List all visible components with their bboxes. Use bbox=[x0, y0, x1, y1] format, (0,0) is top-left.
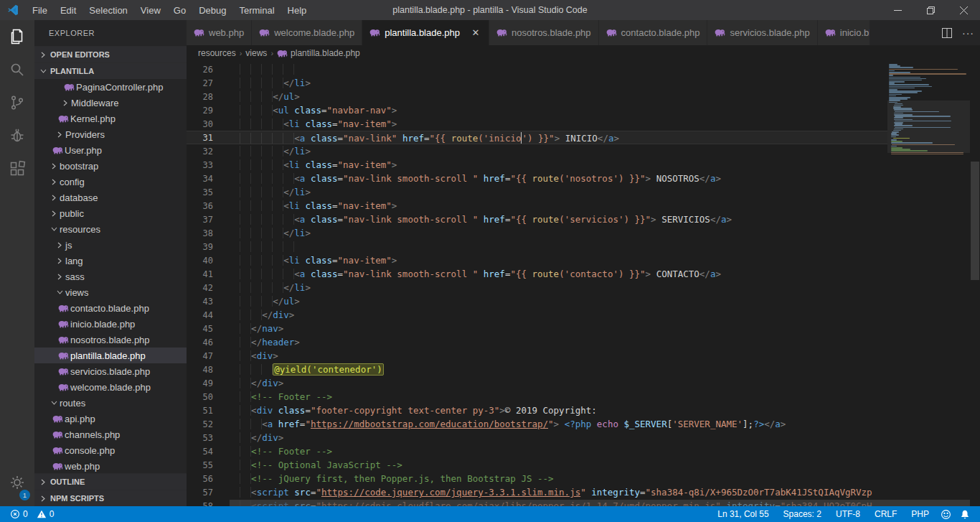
code-line-56[interactable]: 56 <!-- jQuery first, then Popper.js, th… bbox=[187, 472, 887, 485]
code-line-29[interactable]: 29 <ul class="navbar-nav"> bbox=[187, 103, 887, 117]
menu-help[interactable]: Help bbox=[281, 0, 314, 20]
file-nosotros-blade-php[interactable]: nosotros.blade.php bbox=[34, 332, 187, 348]
pane-header-npm-scripts[interactable]: NPM SCRIPTS bbox=[34, 490, 187, 506]
status-cursor-position[interactable]: Ln 31, Col 55 bbox=[712, 506, 774, 522]
activity-search-icon[interactable] bbox=[0, 53, 34, 86]
activity-extensions-icon[interactable] bbox=[0, 152, 34, 185]
file-api-php[interactable]: api.php bbox=[34, 411, 187, 427]
code-line-40[interactable]: 40 <li class="nav-item"> bbox=[187, 253, 887, 267]
breadcrumb-views[interactable]: views bbox=[245, 48, 267, 58]
code-line-42[interactable]: 42 </li> bbox=[187, 281, 887, 294]
folder-js[interactable]: js bbox=[34, 237, 187, 253]
folder-database[interactable]: database bbox=[34, 190, 187, 205]
code-editor[interactable]: 26 27 </li>28 </ul>29 <ul class="navbar-… bbox=[187, 61, 980, 506]
menu-debug[interactable]: Debug bbox=[192, 0, 232, 20]
file-user-php[interactable]: User.php bbox=[34, 142, 187, 158]
code-line-45[interactable]: 45 </nav> bbox=[187, 322, 887, 335]
code-line-36[interactable]: 36 <li class="nav-item"> bbox=[187, 199, 887, 213]
code-line-32[interactable]: 32 </li> bbox=[187, 144, 887, 158]
status-language-mode[interactable]: PHP bbox=[905, 506, 935, 522]
code-line-31[interactable]: 31 <a class="nav-link" href="{{ route('i… bbox=[187, 131, 887, 144]
settings-gear-icon[interactable]: 1 bbox=[0, 466, 34, 499]
folder-routes[interactable]: routes bbox=[34, 395, 187, 411]
breadcrumb-resources[interactable]: resources bbox=[198, 48, 236, 58]
menu-file[interactable]: File bbox=[26, 0, 54, 20]
code-line-28[interactable]: 28 </ul> bbox=[187, 90, 887, 103]
close-tab-icon[interactable]: ✕ bbox=[470, 27, 481, 38]
folder-bootstrap[interactable]: bootstrap bbox=[34, 158, 187, 174]
code-line-27[interactable]: 27 </li> bbox=[187, 76, 887, 90]
activity-debug-icon[interactable] bbox=[0, 119, 34, 152]
code-line-30[interactable]: 30 <li class="nav-item"> bbox=[187, 117, 887, 131]
tab-welcome-blade-php[interactable]: welcome.blade.php bbox=[252, 20, 362, 45]
breadcrumb-plantilla-blade-php[interactable]: plantilla.blade.php bbox=[277, 48, 360, 58]
pane-header-open-editors[interactable]: OPEN EDITORS bbox=[34, 46, 187, 62]
file-servicios-blade-php[interactable]: servicios.blade.php bbox=[34, 363, 187, 379]
code-line-39[interactable]: 39 bbox=[187, 240, 887, 253]
more-actions-icon[interactable]: ··· bbox=[962, 27, 974, 39]
file-plantilla-blade-php[interactable]: plantilla.blade.php bbox=[34, 348, 187, 363]
file-web-php[interactable]: web.php bbox=[34, 458, 187, 473]
status-encoding[interactable]: UTF-8 bbox=[830, 506, 866, 522]
code-line-46[interactable]: 46 </header> bbox=[187, 335, 887, 349]
status-errors[interactable]: 0 bbox=[7, 506, 31, 522]
code-line-44[interactable]: 44 </div> bbox=[187, 308, 887, 322]
folder-public[interactable]: public bbox=[34, 205, 187, 221]
code-line-48[interactable]: 48 @yield('contenedor') bbox=[187, 363, 887, 376]
code-line-35[interactable]: 35 </li> bbox=[187, 185, 887, 199]
code-line-57[interactable]: 57 <script src="https://code.jquery.com/… bbox=[187, 485, 887, 499]
code-line-49[interactable]: 49 </div> bbox=[187, 376, 887, 390]
minimap[interactable] bbox=[887, 61, 970, 506]
activity-explorer-icon[interactable] bbox=[0, 20, 34, 53]
file-welcome-blade-php[interactable]: welcome.blade.php bbox=[34, 379, 187, 395]
folder-providers[interactable]: Providers bbox=[34, 126, 187, 142]
tab-nosotros-blade-php[interactable]: nosotros.blade.php bbox=[489, 20, 599, 45]
code-line-55[interactable]: 55 <!-- Optional JavaScript --> bbox=[187, 458, 887, 472]
file-contacto-blade-php[interactable]: contacto.blade.php bbox=[34, 300, 187, 316]
tab-contacto-blade-php[interactable]: contacto.blade.php bbox=[599, 20, 708, 45]
status-eol[interactable]: CRLF bbox=[869, 506, 903, 522]
folder-config[interactable]: config bbox=[34, 174, 187, 190]
split-editor-icon[interactable] bbox=[942, 28, 952, 38]
folder-views[interactable]: views bbox=[34, 284, 187, 300]
folder-lang[interactable]: lang bbox=[34, 253, 187, 269]
code-line-52[interactable]: 52 <a href="https://mdbootstrap.com/educ… bbox=[187, 417, 887, 431]
code-line-37[interactable]: 37 <a class="nav-link smooth-scroll " hr… bbox=[187, 213, 887, 226]
minimize-button[interactable] bbox=[881, 0, 914, 20]
file-console-php[interactable]: console.php bbox=[34, 442, 187, 458]
tab-inicio-bl[interactable]: inicio.bl bbox=[818, 20, 870, 45]
code-line-26[interactable]: 26 bbox=[187, 62, 887, 76]
code-line-54[interactable]: 54 <!-- Footer --> bbox=[187, 444, 887, 458]
code-line-33[interactable]: 33 <li class="nav-item"> bbox=[187, 158, 887, 172]
tab-servicios-blade-php[interactable]: servicios.blade.php bbox=[707, 20, 817, 45]
folder-resources[interactable]: resources bbox=[34, 221, 187, 237]
folder-middleware[interactable]: Middleware bbox=[34, 95, 187, 111]
code-line-53[interactable]: 53 </div> bbox=[187, 431, 887, 444]
file-inicio-blade-php[interactable]: inicio.blade.php bbox=[34, 316, 187, 332]
menu-edit[interactable]: Edit bbox=[54, 0, 83, 20]
folder-sass[interactable]: sass bbox=[34, 269, 187, 284]
close-button[interactable] bbox=[947, 0, 980, 20]
tab-plantilla-blade-php[interactable]: plantilla.blade.php✕ bbox=[362, 20, 489, 45]
code-line-41[interactable]: 41 <a class="nav-link smooth-scroll " hr… bbox=[187, 267, 887, 281]
code-line-47[interactable]: 47 <div> bbox=[187, 349, 887, 363]
restore-button[interactable] bbox=[914, 0, 947, 20]
status-warnings[interactable]: 0 bbox=[34, 506, 57, 522]
activity-source-control-icon[interactable] bbox=[0, 86, 34, 119]
code-line-34[interactable]: 34 <a class="nav-link smooth-scroll " hr… bbox=[187, 172, 887, 185]
tab-web-php[interactable]: web.php bbox=[187, 20, 252, 45]
menu-view[interactable]: View bbox=[134, 0, 167, 20]
horizontal-scrollbar[interactable] bbox=[230, 500, 970, 506]
pane-header-outline[interactable]: OUTLINE bbox=[34, 473, 187, 490]
code-line-43[interactable]: 43 </ul> bbox=[187, 294, 887, 308]
file-kernel-php[interactable]: Kernel.php bbox=[34, 111, 187, 126]
menu-go[interactable]: Go bbox=[167, 0, 192, 20]
code-line-38[interactable]: 38 </li> bbox=[187, 226, 887, 240]
file-paginacontroller-php[interactable]: PaginaController.php bbox=[34, 79, 187, 95]
status-feedback-smiley[interactable] bbox=[938, 506, 954, 522]
menu-terminal[interactable]: Terminal bbox=[232, 0, 281, 20]
status-indentation[interactable]: Spaces: 2 bbox=[778, 506, 827, 522]
code-line-51[interactable]: 51 <div class="footer-copyright text-cen… bbox=[187, 404, 887, 417]
menu-selection[interactable]: Selection bbox=[83, 0, 133, 20]
status-notifications-bell[interactable] bbox=[957, 506, 973, 522]
